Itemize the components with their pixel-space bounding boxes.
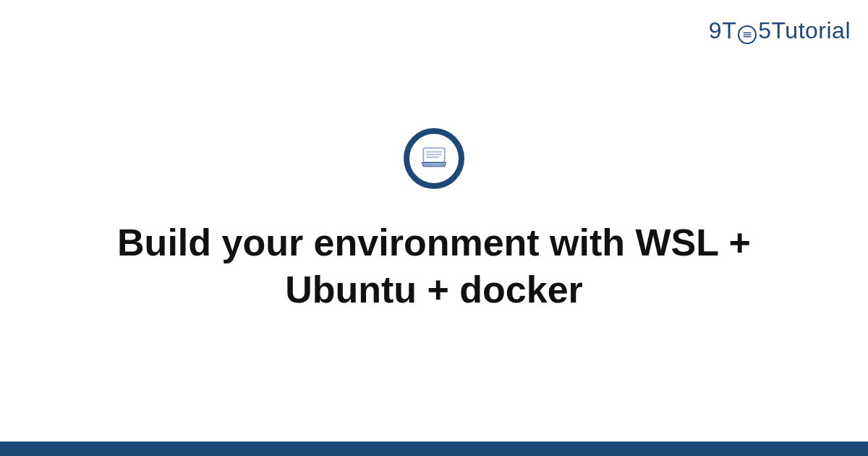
hero-section: Build your environment with WSL + Ubuntu… <box>0 0 868 442</box>
footer-bar <box>0 442 868 456</box>
laptop-icon <box>404 128 464 189</box>
svg-rect-3 <box>423 148 444 162</box>
page-title: Build your environment with WSL + Ubuntu… <box>80 219 788 313</box>
